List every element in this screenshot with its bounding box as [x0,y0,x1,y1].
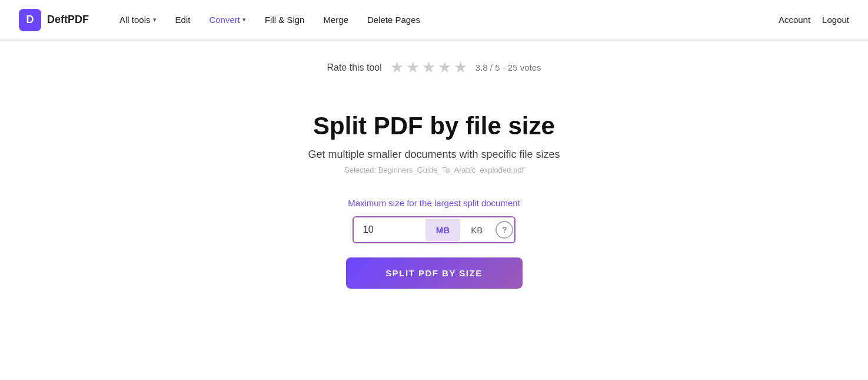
star-1[interactable]: ★ [390,58,404,77]
rating-row: Rate this tool ★ ★ ★ ★ ★ 3.8 / 5 - 25 vo… [327,58,541,77]
logout-link[interactable]: Logout [822,15,849,25]
size-input-row: MB KB ? [352,216,516,243]
nav-delete-pages[interactable]: Delete Pages [360,10,427,29]
main-nav: All tools ▾ Edit Convert ▾ Fill & Sign M… [112,10,779,29]
star-5[interactable]: ★ [454,58,467,77]
nav-merge[interactable]: Merge [316,10,355,29]
rating-label: Rate this tool [327,62,381,73]
split-pdf-button[interactable]: SPLIT PDF BY SIZE [346,257,523,289]
nav-edit[interactable]: Edit [168,10,198,29]
main-content: Rate this tool ★ ★ ★ ★ ★ 3.8 / 5 - 25 vo… [0,41,868,324]
account-link[interactable]: Account [779,15,810,25]
control-label: Maximum size for the largest split docum… [348,198,520,208]
nav-right: Account Logout [779,15,849,25]
chevron-down-icon: ▾ [153,16,157,24]
stars-container[interactable]: ★ ★ ★ ★ ★ [390,58,467,77]
selected-file: Selected: Beginners_Guide_To_Arabic_expl… [344,166,524,174]
mb-button[interactable]: MB [425,219,460,241]
kb-button[interactable]: KB [460,219,493,241]
nav-all-tools[interactable]: All tools ▾ [112,10,164,29]
control-section: Maximum size for the largest split docum… [346,198,523,289]
rating-score: 3.8 / 5 - 25 votes [475,62,541,72]
star-4[interactable]: ★ [438,58,451,77]
star-3[interactable]: ★ [422,58,435,77]
page-title: Split PDF by file size [313,112,555,140]
chevron-down-icon: ▾ [242,16,246,24]
header: D DeftPDF All tools ▾ Edit Convert ▾ Fil… [0,0,868,40]
size-number-input[interactable] [355,219,425,241]
logo-icon: D [19,9,41,31]
logo[interactable]: D DeftPDF [19,9,89,31]
help-icon[interactable]: ? [495,221,513,239]
logo-text: DeftPDF [47,14,89,26]
page-subtitle: Get multiple smaller documents with spec… [308,148,560,161]
nav-fill-sign[interactable]: Fill & Sign [258,10,312,29]
nav-convert[interactable]: Convert ▾ [202,10,253,29]
star-2[interactable]: ★ [406,58,420,77]
